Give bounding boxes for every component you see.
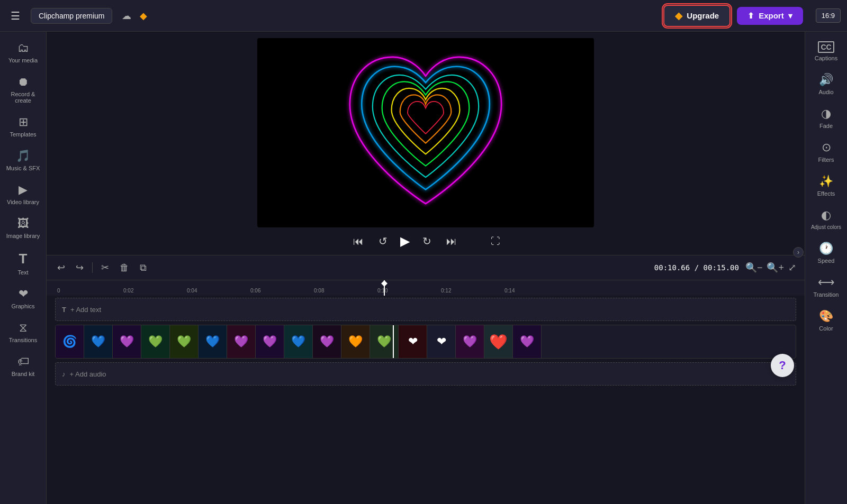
your-media-icon: 🗂 — [17, 41, 29, 55]
left-sidebar: 🗂 Your media ⏺ Record &create ⊞ Template… — [0, 32, 47, 504]
copy-button[interactable]: ⧉ — [138, 260, 149, 276]
video-track-content[interactable]: 🌀 💙 💜 💚 💚 💙 💜 💜 💙 💜 🧡 💚 ❤ ❤ — [55, 325, 796, 359]
ruler-mark-3: 0:06 — [250, 288, 260, 294]
total-time: 00:15.00 — [704, 263, 739, 272]
cloud-icon: ☁ — [122, 10, 131, 22]
image-library-icon: 🖼 — [17, 217, 29, 231]
video-thumb-15: 💜 — [456, 325, 484, 358]
record-create-icon: ⏺ — [17, 75, 29, 89]
video-thumb-5: 💚 — [170, 325, 199, 358]
rs-item-speed[interactable]: 🕐 Speed — [807, 236, 845, 269]
brand-kit-icon: 🏷 — [17, 355, 29, 369]
audio-track-content[interactable]: ♪ + Add audio — [55, 362, 796, 386]
sidebar-item-video-library[interactable]: ▶ Video library — [2, 178, 44, 210]
rs-item-effects[interactable]: ✨ Effects — [807, 169, 845, 202]
sidebar-item-brand-kit[interactable]: 🏷 Brand kit — [2, 350, 44, 382]
music-sfx-icon: 🎵 — [16, 149, 30, 163]
video-track-playhead — [393, 325, 394, 358]
transition-icon: ⟷ — [818, 276, 835, 289]
skip-forward-button[interactable]: ⏭ — [444, 233, 459, 250]
text-track-label: + Add text — [70, 306, 101, 314]
zoom-controls: 🔍− 🔍+ ⤢ — [745, 262, 796, 273]
rs-item-color[interactable]: 🎨 Color — [807, 304, 845, 337]
time-display: 00:10.66 / 00:15.00 — [654, 263, 739, 272]
video-thumbnails: 🌀 💙 💜 💚 💚 💙 💜 💜 💙 💜 🧡 💚 ❤ ❤ — [56, 325, 796, 358]
video-thumb-13: ❤ — [399, 325, 427, 358]
menu-icon[interactable]: ☰ — [6, 7, 24, 24]
adjust-colors-icon: ◐ — [821, 208, 831, 222]
topbar: ☰ Clipchamp premium ☁ ◆ ◆ Upgrade ⬆ Expo… — [0, 0, 847, 32]
rs-item-audio[interactable]: 🔊 Audio — [807, 68, 845, 100]
timeline-tracks[interactable]: T + Add text 🌀 💙 💜 💚 💚 💙 💜 — [47, 296, 805, 504]
rs-label-speed: Speed — [818, 258, 835, 264]
rs-item-filters[interactable]: ⊙ Filters — [807, 135, 845, 168]
text-track-icon: T — [62, 306, 66, 314]
sidebar-item-templates[interactable]: ⊞ Templates — [2, 110, 44, 143]
video-thumb-10: 💜 — [313, 325, 341, 358]
rs-item-captions[interactable]: CC Captions — [807, 36, 845, 67]
fit-zoom-button[interactable]: ⤢ — [788, 262, 796, 273]
audio-track-label: + Add audio — [70, 370, 106, 378]
ruler-mark-0: 0 — [57, 288, 60, 294]
fade-icon: ◑ — [821, 107, 831, 121]
play-button[interactable]: ▶ — [400, 234, 410, 249]
sidebar-item-label: Music & SFX — [6, 165, 40, 171]
ruler-mark-4: 0:08 — [314, 288, 324, 294]
redo-button[interactable]: ↪ — [74, 260, 86, 276]
sidebar-item-graphics[interactable]: ❤ Graphics — [2, 282, 44, 315]
forward-5s-button[interactable]: ↻ — [420, 233, 434, 250]
sidebar-item-record-create[interactable]: ⏺ Record &create — [2, 70, 44, 109]
fullscreen-button[interactable]: ⛶ — [491, 236, 500, 247]
text-track-content[interactable]: T + Add text — [55, 298, 796, 321]
delete-button[interactable]: 🗑 — [118, 260, 131, 276]
center-area: ⏮ ↺ ▶ ↻ ⏭ ⛶ ↩ ↪ ✂ 🗑 ⧉ 00:10.66 / 00:15.0… — [47, 32, 805, 504]
right-sidebar: CC Captions 🔊 Audio ◑ Fade ⊙ Filters ✨ E… — [805, 32, 847, 504]
audio-track-icon: ♪ — [62, 370, 66, 378]
right-collapse-button[interactable]: › — [793, 247, 804, 258]
sidebar-item-transitions[interactable]: ⧖ Transitions — [2, 316, 44, 349]
sidebar-item-your-media[interactable]: 🗂 Your media — [2, 36, 44, 69]
graphics-icon: ❤ — [19, 287, 28, 301]
upgrade-label: Upgrade — [687, 11, 719, 20]
video-thumb-1: 🌀 — [56, 325, 84, 358]
undo-button[interactable]: ↩ — [55, 260, 67, 276]
help-button[interactable]: ? — [771, 354, 794, 377]
rs-item-fade[interactable]: ◑ Fade — [807, 102, 845, 134]
video-thumb-16: ❤️ — [484, 325, 513, 358]
captions-icon: CC — [818, 41, 834, 53]
help-label: ? — [779, 359, 786, 372]
sidebar-item-music-sfx[interactable]: 🎵 Music & SFX — [2, 144, 44, 177]
zoom-in-button[interactable]: 🔍+ — [767, 262, 784, 273]
video-thumb-17: 💜 — [513, 325, 542, 358]
rs-label-transition: Transition — [814, 291, 839, 298]
timeline-ruler: 0 0:02 0:04 0:06 0:08 0:10 0:12 0:14 — [47, 280, 805, 296]
cut-button[interactable]: ✂ — [99, 260, 111, 276]
ratio-badge[interactable]: 16:9 — [816, 8, 841, 23]
sidebar-item-label: Brand kit — [12, 371, 34, 377]
zoom-out-button[interactable]: 🔍− — [745, 262, 763, 273]
project-name[interactable]: Clipchamp premium — [31, 8, 112, 24]
video-thumb-6: 💙 — [199, 325, 227, 358]
text-icon: T — [19, 251, 28, 267]
export-button[interactable]: ⬆ Export ▾ — [737, 7, 803, 25]
toolbar-divider — [92, 262, 93, 273]
video-canvas — [257, 38, 594, 227]
effects-icon: ✨ — [819, 175, 833, 188]
sidebar-item-image-library[interactable]: 🖼 Image library — [2, 212, 44, 244]
skip-back-button[interactable]: ⏮ — [351, 233, 366, 250]
rewind-5s-button[interactable]: ↺ — [376, 233, 390, 250]
gem-icon: ◆ — [675, 10, 682, 22]
sidebar-item-label: Record &create — [11, 91, 35, 104]
rs-item-transition[interactable]: ⟷ Transition — [807, 270, 845, 303]
video-thumb-8: 💜 — [256, 325, 284, 358]
video-track: 🌀 💙 💜 💚 💚 💙 💜 💜 💙 💜 🧡 💚 ❤ ❤ — [55, 323, 796, 360]
rs-item-adjust-colors[interactable]: ◐ Adjust colors — [807, 203, 845, 235]
sidebar-item-label: Image library — [6, 233, 40, 239]
sidebar-item-label: Graphics — [11, 303, 34, 309]
sidebar-item-text[interactable]: T Text — [2, 245, 44, 281]
export-icon: ⬆ — [747, 11, 754, 21]
video-library-icon: ▶ — [19, 183, 28, 197]
upgrade-button[interactable]: ◆ Upgrade — [663, 5, 731, 27]
video-thumb-12: 💚 — [370, 325, 399, 358]
sidebar-item-label: Text — [17, 269, 28, 276]
